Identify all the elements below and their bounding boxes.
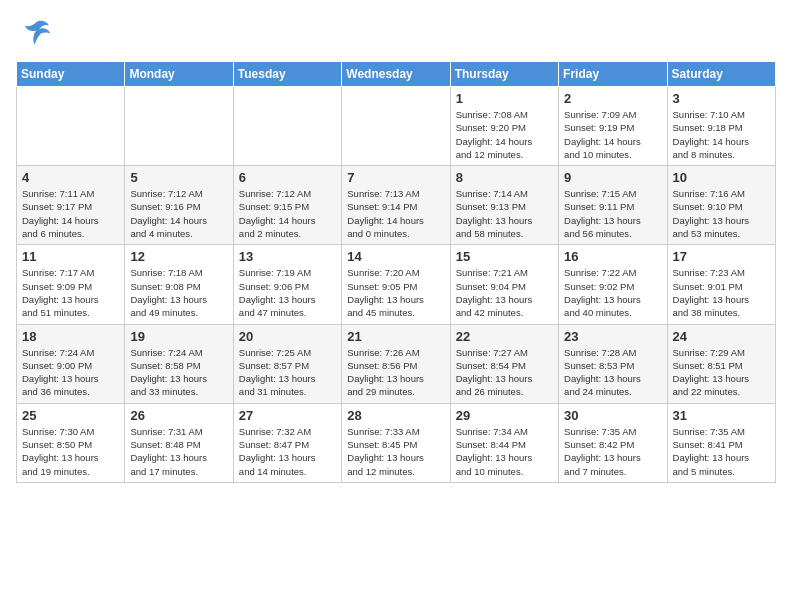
calendar-cell: 8Sunrise: 7:14 AM Sunset: 9:13 PM Daylig… [450, 166, 558, 245]
weekday-header: Thursday [450, 62, 558, 87]
calendar-cell: 1Sunrise: 7:08 AM Sunset: 9:20 PM Daylig… [450, 87, 558, 166]
day-detail: Sunrise: 7:09 AM Sunset: 9:19 PM Dayligh… [564, 108, 661, 161]
weekday-header: Saturday [667, 62, 775, 87]
day-number: 27 [239, 408, 336, 423]
day-number: 6 [239, 170, 336, 185]
day-detail: Sunrise: 7:12 AM Sunset: 9:16 PM Dayligh… [130, 187, 227, 240]
calendar-cell: 22Sunrise: 7:27 AM Sunset: 8:54 PM Dayli… [450, 324, 558, 403]
day-detail: Sunrise: 7:14 AM Sunset: 9:13 PM Dayligh… [456, 187, 553, 240]
calendar-cell: 5Sunrise: 7:12 AM Sunset: 9:16 PM Daylig… [125, 166, 233, 245]
calendar-cell: 16Sunrise: 7:22 AM Sunset: 9:02 PM Dayli… [559, 245, 667, 324]
day-detail: Sunrise: 7:28 AM Sunset: 8:53 PM Dayligh… [564, 346, 661, 399]
calendar-cell: 3Sunrise: 7:10 AM Sunset: 9:18 PM Daylig… [667, 87, 775, 166]
day-detail: Sunrise: 7:11 AM Sunset: 9:17 PM Dayligh… [22, 187, 119, 240]
calendar-cell: 6Sunrise: 7:12 AM Sunset: 9:15 PM Daylig… [233, 166, 341, 245]
weekday-header: Friday [559, 62, 667, 87]
calendar-header: SundayMondayTuesdayWednesdayThursdayFrid… [17, 62, 776, 87]
day-number: 30 [564, 408, 661, 423]
day-number: 3 [673, 91, 770, 106]
calendar-cell: 15Sunrise: 7:21 AM Sunset: 9:04 PM Dayli… [450, 245, 558, 324]
day-detail: Sunrise: 7:25 AM Sunset: 8:57 PM Dayligh… [239, 346, 336, 399]
day-detail: Sunrise: 7:18 AM Sunset: 9:08 PM Dayligh… [130, 266, 227, 319]
day-detail: Sunrise: 7:33 AM Sunset: 8:45 PM Dayligh… [347, 425, 444, 478]
day-detail: Sunrise: 7:31 AM Sunset: 8:48 PM Dayligh… [130, 425, 227, 478]
day-number: 1 [456, 91, 553, 106]
day-number: 16 [564, 249, 661, 264]
calendar-cell: 7Sunrise: 7:13 AM Sunset: 9:14 PM Daylig… [342, 166, 450, 245]
calendar-cell: 27Sunrise: 7:32 AM Sunset: 8:47 PM Dayli… [233, 403, 341, 482]
calendar-table: SundayMondayTuesdayWednesdayThursdayFrid… [16, 61, 776, 483]
calendar-cell: 4Sunrise: 7:11 AM Sunset: 9:17 PM Daylig… [17, 166, 125, 245]
day-number: 7 [347, 170, 444, 185]
day-detail: Sunrise: 7:27 AM Sunset: 8:54 PM Dayligh… [456, 346, 553, 399]
day-detail: Sunrise: 7:22 AM Sunset: 9:02 PM Dayligh… [564, 266, 661, 319]
calendar-cell: 19Sunrise: 7:24 AM Sunset: 8:58 PM Dayli… [125, 324, 233, 403]
calendar-cell: 13Sunrise: 7:19 AM Sunset: 9:06 PM Dayli… [233, 245, 341, 324]
calendar-cell: 2Sunrise: 7:09 AM Sunset: 9:19 PM Daylig… [559, 87, 667, 166]
day-detail: Sunrise: 7:34 AM Sunset: 8:44 PM Dayligh… [456, 425, 553, 478]
calendar-cell [17, 87, 125, 166]
calendar-week-row: 1Sunrise: 7:08 AM Sunset: 9:20 PM Daylig… [17, 87, 776, 166]
logo-bird-icon [20, 16, 52, 53]
day-detail: Sunrise: 7:26 AM Sunset: 8:56 PM Dayligh… [347, 346, 444, 399]
day-detail: Sunrise: 7:19 AM Sunset: 9:06 PM Dayligh… [239, 266, 336, 319]
day-number: 4 [22, 170, 119, 185]
day-number: 31 [673, 408, 770, 423]
day-detail: Sunrise: 7:32 AM Sunset: 8:47 PM Dayligh… [239, 425, 336, 478]
calendar-cell [342, 87, 450, 166]
calendar-cell: 21Sunrise: 7:26 AM Sunset: 8:56 PM Dayli… [342, 324, 450, 403]
day-detail: Sunrise: 7:30 AM Sunset: 8:50 PM Dayligh… [22, 425, 119, 478]
day-number: 17 [673, 249, 770, 264]
calendar-week-row: 11Sunrise: 7:17 AM Sunset: 9:09 PM Dayli… [17, 245, 776, 324]
day-number: 20 [239, 329, 336, 344]
day-number: 25 [22, 408, 119, 423]
weekday-header: Tuesday [233, 62, 341, 87]
day-detail: Sunrise: 7:35 AM Sunset: 8:41 PM Dayligh… [673, 425, 770, 478]
day-detail: Sunrise: 7:16 AM Sunset: 9:10 PM Dayligh… [673, 187, 770, 240]
calendar-cell: 30Sunrise: 7:35 AM Sunset: 8:42 PM Dayli… [559, 403, 667, 482]
calendar-cell: 10Sunrise: 7:16 AM Sunset: 9:10 PM Dayli… [667, 166, 775, 245]
calendar-cell: 28Sunrise: 7:33 AM Sunset: 8:45 PM Dayli… [342, 403, 450, 482]
calendar-cell: 31Sunrise: 7:35 AM Sunset: 8:41 PM Dayli… [667, 403, 775, 482]
day-number: 26 [130, 408, 227, 423]
day-detail: Sunrise: 7:35 AM Sunset: 8:42 PM Dayligh… [564, 425, 661, 478]
calendar-cell: 12Sunrise: 7:18 AM Sunset: 9:08 PM Dayli… [125, 245, 233, 324]
calendar-cell: 26Sunrise: 7:31 AM Sunset: 8:48 PM Dayli… [125, 403, 233, 482]
day-detail: Sunrise: 7:24 AM Sunset: 9:00 PM Dayligh… [22, 346, 119, 399]
calendar-cell: 23Sunrise: 7:28 AM Sunset: 8:53 PM Dayli… [559, 324, 667, 403]
calendar-cell: 9Sunrise: 7:15 AM Sunset: 9:11 PM Daylig… [559, 166, 667, 245]
day-number: 5 [130, 170, 227, 185]
calendar-cell: 18Sunrise: 7:24 AM Sunset: 9:00 PM Dayli… [17, 324, 125, 403]
day-number: 19 [130, 329, 227, 344]
day-number: 12 [130, 249, 227, 264]
calendar-cell [233, 87, 341, 166]
day-number: 21 [347, 329, 444, 344]
day-detail: Sunrise: 7:13 AM Sunset: 9:14 PM Dayligh… [347, 187, 444, 240]
calendar-week-row: 4Sunrise: 7:11 AM Sunset: 9:17 PM Daylig… [17, 166, 776, 245]
calendar-cell: 14Sunrise: 7:20 AM Sunset: 9:05 PM Dayli… [342, 245, 450, 324]
calendar-week-row: 18Sunrise: 7:24 AM Sunset: 9:00 PM Dayli… [17, 324, 776, 403]
day-number: 24 [673, 329, 770, 344]
day-detail: Sunrise: 7:21 AM Sunset: 9:04 PM Dayligh… [456, 266, 553, 319]
day-number: 13 [239, 249, 336, 264]
day-number: 10 [673, 170, 770, 185]
calendar-cell [125, 87, 233, 166]
logo [16, 16, 52, 53]
calendar-cell: 24Sunrise: 7:29 AM Sunset: 8:51 PM Dayli… [667, 324, 775, 403]
weekday-header: Sunday [17, 62, 125, 87]
day-number: 23 [564, 329, 661, 344]
day-number: 8 [456, 170, 553, 185]
calendar-cell: 29Sunrise: 7:34 AM Sunset: 8:44 PM Dayli… [450, 403, 558, 482]
day-detail: Sunrise: 7:10 AM Sunset: 9:18 PM Dayligh… [673, 108, 770, 161]
day-number: 22 [456, 329, 553, 344]
day-detail: Sunrise: 7:29 AM Sunset: 8:51 PM Dayligh… [673, 346, 770, 399]
day-number: 28 [347, 408, 444, 423]
day-detail: Sunrise: 7:15 AM Sunset: 9:11 PM Dayligh… [564, 187, 661, 240]
day-number: 2 [564, 91, 661, 106]
day-number: 18 [22, 329, 119, 344]
day-detail: Sunrise: 7:17 AM Sunset: 9:09 PM Dayligh… [22, 266, 119, 319]
day-number: 11 [22, 249, 119, 264]
page-header [16, 16, 776, 53]
day-number: 9 [564, 170, 661, 185]
day-detail: Sunrise: 7:24 AM Sunset: 8:58 PM Dayligh… [130, 346, 227, 399]
